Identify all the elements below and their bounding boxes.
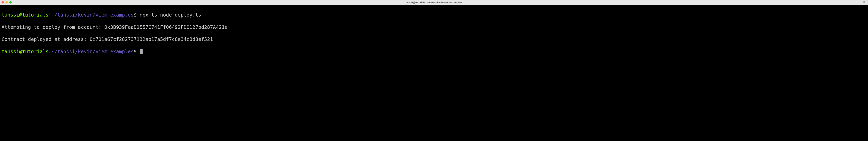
prompt-colon: : [49, 49, 52, 54]
window-controls [2, 1, 12, 3]
terminal-output-line: Attempting to deploy from account: 0x3B9… [2, 24, 866, 30]
prompt-path: ~/tanssi/kevin/viem-examples [52, 49, 134, 54]
terminal-line: tanssi@tutorials:~/tanssi/kevin/viem-exa… [2, 48, 866, 55]
prompt-user: tanssi [2, 49, 19, 54]
prompt-dollar: $ [134, 12, 136, 18]
close-button[interactable] [2, 1, 4, 3]
maximize-button[interactable] [9, 1, 12, 3]
prompt-path: ~/tanssi/kevin/viem-examples [52, 12, 134, 18]
window-title: tanssi@tutorials: ~/tanssi/kevin/viem-ex… [405, 1, 463, 4]
prompt-at: @ [19, 12, 22, 18]
prompt-user: tanssi [2, 12, 19, 18]
terminal-area[interactable]: tanssi@tutorials:~/tanssi/kevin/viem-exa… [0, 5, 868, 141]
cursor [140, 49, 143, 54]
titlebar: tanssi@tutorials: ~/tanssi/kevin/viem-ex… [0, 0, 868, 5]
prompt-dollar: $ [134, 49, 136, 54]
right-indicator: 19 [863, 1, 866, 4]
terminal-output-line: Contract deployed at address: 0x701a67cf… [2, 36, 866, 42]
prompt-at: @ [19, 49, 22, 54]
prompt-host: tutorials [22, 12, 49, 18]
prompt-host: tutorials [22, 49, 49, 54]
terminal-line: tanssi@tutorials:~/tanssi/kevin/viem-exa… [2, 12, 866, 18]
command-text: npx ts-node deploy.ts [136, 12, 201, 18]
prompt-colon: : [49, 12, 52, 18]
minimize-button[interactable] [5, 1, 8, 3]
